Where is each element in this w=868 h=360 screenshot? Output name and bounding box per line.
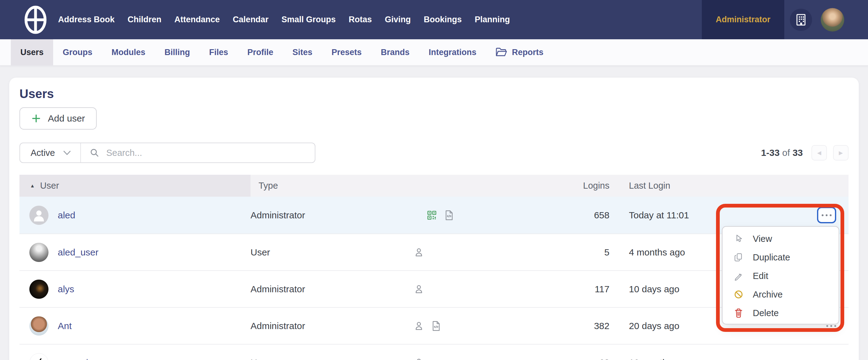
login-count: 5	[473, 247, 610, 258]
qr-code-icon	[427, 210, 437, 220]
top-navbar: Address Book Children Attendance Calenda…	[0, 0, 868, 39]
menu-item-edit[interactable]: Edit	[722, 267, 839, 285]
avatar	[29, 280, 49, 299]
search-input[interactable]	[106, 147, 315, 158]
nav-item-small-groups[interactable]: Small Groups	[275, 15, 342, 24]
nav-item-calendar[interactable]: Calendar	[226, 15, 275, 24]
row-context-menu: View Duplicate Edit	[722, 226, 839, 325]
nav-item-attendance[interactable]: Attendance	[168, 15, 226, 24]
pencil-icon	[733, 271, 744, 281]
building-icon	[796, 13, 807, 26]
organisation-button[interactable]	[790, 9, 812, 31]
main-nav: Address Book Children Attendance Calenda…	[58, 15, 517, 24]
column-header-logins: Logins	[473, 181, 610, 191]
pagination-next-button[interactable]: ▶	[833, 145, 848, 161]
column-header-last-login: Last Login	[610, 181, 803, 191]
avatar	[29, 243, 49, 262]
folder-open-icon	[495, 48, 507, 57]
user-link[interactable]: aled_user	[58, 247, 98, 258]
tab-presets[interactable]: Presets	[322, 39, 371, 65]
page-title: Users	[20, 87, 848, 101]
person-icon	[414, 284, 424, 294]
column-header-user[interactable]: ▲ User	[20, 175, 250, 197]
tab-billing[interactable]: Billing	[155, 39, 200, 65]
row-actions-button[interactable]	[817, 207, 836, 223]
user-avatar[interactable]	[821, 8, 844, 32]
status-filter-dropdown[interactable]: Active	[20, 143, 80, 162]
copy-icon	[733, 252, 744, 262]
person-icon	[414, 321, 424, 331]
chevron-down-icon	[63, 150, 71, 156]
login-count: 382	[473, 321, 610, 331]
pagination-range: 1-33 of 33	[761, 147, 803, 158]
tab-integrations[interactable]: Integrations	[419, 39, 486, 65]
user-type: Administrator	[250, 284, 408, 295]
pagination-prev-button[interactable]: ◀	[811, 145, 827, 161]
nav-item-planning[interactable]: Planning	[468, 15, 517, 24]
app-logo-icon[interactable]	[24, 5, 47, 34]
trash-icon	[733, 308, 744, 318]
tab-groups[interactable]: Groups	[53, 39, 102, 65]
tab-files[interactable]: Files	[199, 39, 238, 65]
filter-group: Active	[20, 143, 315, 163]
avatar	[29, 316, 49, 336]
chevron-left-icon: ◀	[817, 150, 821, 156]
sort-ascending-icon: ▲	[30, 183, 35, 189]
tab-sites[interactable]: Sites	[283, 39, 322, 65]
user-link[interactable]: appreview	[58, 358, 100, 360]
topnav-right: Administrator	[702, 0, 868, 39]
last-login: Today at 11:01	[610, 210, 803, 221]
nav-item-address-book[interactable]: Address Book	[58, 15, 121, 24]
table-header: ▲ User Type Logins Last Login	[20, 175, 848, 197]
cursor-icon	[733, 234, 744, 244]
nav-item-rotas[interactable]: Rotas	[342, 15, 378, 24]
pagination: 1-33 of 33 ◀ ▶	[761, 145, 848, 161]
avatar	[29, 353, 49, 360]
login-count: 68	[473, 358, 610, 360]
user-link[interactable]: aled	[58, 210, 75, 221]
tab-reports[interactable]: Reports	[486, 39, 553, 65]
column-header-type: Type	[250, 181, 408, 191]
apple-logo-icon	[34, 357, 44, 360]
table-row: appreview User 68 10 months ago	[20, 344, 848, 360]
no-entry-icon	[733, 289, 744, 299]
person-icon	[414, 247, 424, 257]
tab-brands[interactable]: Brands	[371, 39, 419, 65]
tab-profile[interactable]: Profile	[238, 39, 283, 65]
login-count: 658	[473, 210, 610, 221]
administrator-menu[interactable]: Administrator	[702, 0, 784, 39]
settings-subnav: Users Groups Modules Billing Files Profi…	[0, 39, 868, 65]
search-box	[81, 147, 315, 158]
menu-item-archive[interactable]: Archive	[722, 285, 839, 304]
person-icon	[414, 358, 424, 360]
menu-item-duplicate[interactable]: Duplicate	[722, 248, 839, 267]
menu-item-delete[interactable]: Delete	[722, 304, 839, 322]
search-icon	[90, 148, 99, 158]
avatar	[29, 206, 49, 225]
last-login: 10 months ago	[610, 358, 803, 360]
api-file-icon	[432, 321, 440, 331]
plus-icon	[31, 113, 41, 123]
toolbar: Active 1-33 of 33	[20, 143, 848, 163]
nav-item-children[interactable]: Children	[121, 15, 168, 24]
tab-modules[interactable]: Modules	[102, 39, 155, 65]
user-type: Administrator	[250, 210, 408, 221]
tab-users[interactable]: Users	[11, 39, 53, 65]
row-actions-button[interactable]	[826, 325, 836, 327]
user-link[interactable]: Ant	[58, 321, 72, 331]
nav-item-giving[interactable]: Giving	[378, 15, 417, 24]
user-type: User	[250, 247, 408, 258]
add-user-button[interactable]: Add user	[20, 107, 97, 130]
user-type: User	[250, 358, 408, 360]
chevron-right-icon: ▶	[839, 150, 843, 156]
login-count: 117	[473, 284, 610, 295]
nav-item-bookings[interactable]: Bookings	[417, 15, 468, 24]
user-type: Administrator	[250, 321, 408, 331]
api-file-icon	[445, 210, 454, 221]
user-link[interactable]: alys	[58, 284, 74, 295]
menu-item-view[interactable]: View	[722, 229, 839, 248]
